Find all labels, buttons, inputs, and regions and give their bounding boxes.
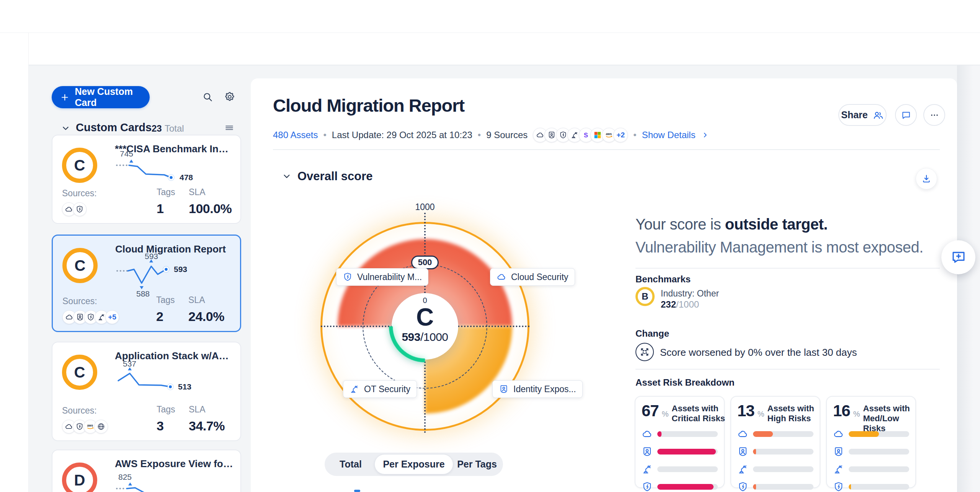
sparkline-end-value: 513	[178, 382, 191, 391]
grade-badge: D	[62, 463, 97, 492]
gauge-grade: C	[406, 303, 444, 331]
overall-score-header: Overall score	[281, 169, 372, 183]
score-sparkline: 745 478	[114, 151, 225, 189]
meta-separator: •	[323, 130, 326, 140]
source-chip-vm-shield-icon	[73, 202, 87, 216]
custom-cards-count: 23	[152, 123, 162, 134]
card-title: AWS Exposure View for Accou...	[115, 458, 234, 470]
sla-value: 24.0%	[188, 309, 230, 324]
risk-bar-fill	[657, 431, 662, 437]
more-sources-chip[interactable]: +2	[613, 128, 628, 142]
sparkline-peak-value: 825	[118, 472, 132, 482]
risk-bar-fill	[753, 449, 756, 455]
risk-bar	[657, 431, 718, 437]
more-actions-button[interactable]	[923, 104, 945, 126]
sla-label: SLA	[188, 295, 230, 305]
vm-shield-icon	[642, 481, 653, 492]
custom-card-cloud-migration[interactable]: C Cloud Migration Report 593 588 593 Sou…	[52, 235, 241, 332]
sla-value: 100.0%	[189, 201, 231, 216]
chat-plus-icon	[951, 249, 967, 266]
feedback-button[interactable]	[941, 240, 975, 274]
last-update-text: Last Update: 29 Oct 2025 at 10:23	[332, 130, 472, 140]
risk-bar	[753, 484, 813, 490]
view-tab-total[interactable]: Total	[327, 459, 374, 470]
risk-bar	[849, 466, 909, 472]
source-chip-asm-globe-icon	[94, 420, 108, 433]
gauge-label-identity-exposure[interactable]: Identity Expos...	[492, 380, 583, 398]
sources-label: Sources:	[62, 406, 157, 416]
right-gutter	[957, 65, 980, 492]
vm-shield-icon	[737, 481, 748, 492]
source-chips-row: +2	[533, 128, 628, 142]
sparkline-peak-value: 593	[145, 252, 158, 261]
critical-pct: 67	[642, 403, 659, 424]
comment-icon	[901, 110, 911, 121]
view-tab-per-tags[interactable]: Per Tags	[453, 459, 501, 470]
search-icon[interactable]	[202, 91, 213, 102]
risk-bar	[657, 466, 718, 472]
report-meta-row: 480 Assets • Last Update: 29 Oct 2025 at…	[273, 127, 709, 143]
high-pct: 13	[737, 403, 755, 424]
share-label: Share	[841, 109, 867, 121]
gauge-max-label: 1000	[410, 202, 440, 212]
custom-card-aws-exposure-view[interactable]: D AWS Exposure View for Accou... 825	[52, 450, 241, 492]
download-button[interactable]	[916, 168, 937, 189]
ot-icon	[833, 464, 844, 475]
sla-label: SLA	[189, 187, 231, 197]
comment-button[interactable]	[895, 104, 917, 126]
risk-bar	[753, 431, 813, 437]
gauge-label-vulnerability-management[interactable]: Vulnerability M...	[336, 268, 428, 286]
critical-label: Assets with Critical Risks	[672, 404, 728, 424]
vm-shield-icon	[833, 481, 844, 492]
gauge-label-text: Identity Expos...	[513, 384, 576, 394]
ellipsis-icon	[929, 110, 940, 121]
sources-label: Sources:	[62, 188, 157, 199]
score-sparkline: 593 588 593	[114, 254, 225, 296]
risk-bar	[753, 449, 813, 455]
chevron-down-icon[interactable]	[281, 171, 292, 182]
card-title: Cloud Migration Report	[115, 243, 234, 255]
share-button[interactable]: Share	[838, 104, 887, 126]
risk-bar-fill	[849, 431, 879, 437]
custom-card-cisa-benchmark[interactable]: C ***CISA Benchmark Industry Fi... 745 4…	[52, 135, 241, 224]
risk-bar-fill	[849, 484, 851, 490]
gauge-label-cloud-security[interactable]: Cloud Security	[490, 268, 575, 286]
custom-card-application-stack[interactable]: C Application Stack w/ASM 537 513 Source…	[52, 342, 241, 441]
more-sources-chip[interactable]: +5	[105, 310, 119, 324]
sources-label: Sources:	[62, 296, 156, 306]
identity-icon	[499, 384, 509, 394]
panel-settings-gear-icon[interactable]	[224, 91, 235, 103]
next-section-peek	[354, 490, 360, 492]
app-header	[0, 0, 980, 33]
filter-icon[interactable]	[224, 122, 235, 133]
identity-icon	[642, 446, 653, 457]
gauge-label-ot-security[interactable]: OT Security	[343, 380, 417, 398]
new-custom-card-button[interactable]: New Custom Card	[52, 86, 150, 108]
sparkline-peak-value: 745	[120, 149, 133, 158]
view-tab-per-exposure[interactable]: Per Exposure	[374, 454, 453, 474]
page-tabbar	[29, 33, 980, 65]
overall-score-title: Overall score	[297, 169, 372, 183]
gauge-label-text: Cloud Security	[511, 272, 568, 282]
change-text: Score worsened by 0% over the last 30 da…	[660, 347, 857, 358]
risk-bar	[657, 484, 718, 490]
custom-cards-title: Custom Cards	[76, 121, 152, 134]
show-details-link[interactable]: Show Details	[642, 130, 696, 140]
risk-bar-fill	[657, 449, 716, 455]
risk-card-critical: 67 % Assets with Critical Risks	[635, 396, 725, 488]
pct-unit: %	[758, 410, 764, 424]
tags-label: Tags	[157, 187, 189, 197]
chevron-right-icon	[701, 131, 709, 139]
risk-card-high: 13 % Assets with High Risks	[730, 396, 820, 488]
pct-unit: %	[662, 410, 669, 424]
sparkline-peak-value: 537	[123, 359, 136, 368]
cloud-icon	[737, 428, 748, 440]
chevron-down-icon[interactable]	[60, 123, 71, 134]
assets-link[interactable]: 480 Assets	[273, 130, 318, 140]
ot-icon	[642, 464, 653, 475]
sparkline-end-value: 593	[174, 265, 187, 274]
sparkline-end-value: 478	[180, 173, 193, 182]
new-custom-card-label: New Custom Card	[75, 86, 150, 108]
tags-value: 2	[156, 309, 188, 324]
report-title: Cloud Migration Report	[273, 95, 464, 116]
